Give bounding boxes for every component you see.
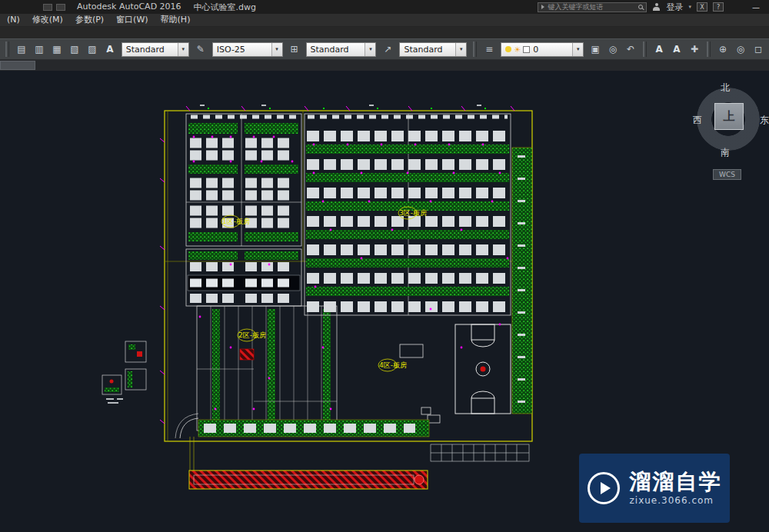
south-wall[interactable] [189,437,428,489]
block-zone1-lower[interactable] [186,249,301,306]
dim-style-combo[interactable]: ISO-25 ▾ [212,42,283,57]
watermark: 溜溜自学 zixue.3066.com [579,454,730,523]
toolbar-grip[interactable] [643,42,647,57]
table-style-icon[interactable]: ⊞ [287,42,302,57]
courtyard-structures[interactable] [400,344,440,423]
viewcube-south[interactable]: 南 [692,146,758,159]
wcs-badge: WCS [713,169,741,180]
zone-label-text: 1区-板房 [222,218,250,225]
toolbar-subband [0,60,769,71]
layer-previous-button[interactable]: ↶ [623,42,638,57]
make-current-button[interactable]: ◎ [605,42,621,57]
chevron-down-icon: ▾ [365,43,375,56]
green-belt[interactable] [512,148,532,414]
zone-label-text: 2区-板房 [238,331,266,339]
basketball-court[interactable] [455,324,511,414]
search-placeholder: 键入关键字或短语 [548,2,635,12]
doc-title: 中心试验室.dwg [194,2,256,13]
mleader-style-combo[interactable]: Standard ▾ [399,42,467,57]
layer-states-button[interactable]: ▣ [588,42,603,57]
watermark-text: 溜溜自学 zixue.3066.com [630,470,722,507]
save-button[interactable]: ▦ [49,42,65,57]
quick-access-toolbar [43,4,65,11]
app-title: Autodesk AutoCAD 2016 [77,2,181,13]
qat-undo-icon[interactable] [56,4,65,11]
mleader-style-icon[interactable]: ↗ [380,42,395,57]
layer-combo[interactable]: ☀ 0 ▾ [501,42,584,57]
layer-color-swatch [523,46,530,53]
dim-style-value: ISO-25 [217,45,271,55]
zone-label-text: 3区-板房 [399,209,427,217]
menu-help[interactable]: 帮助(H) [155,13,197,27]
menubar: (N) 修改(M) 参数(P) 窗口(W) 帮助(H) [0,14,769,27]
zoom-button[interactable]: ⊕ [715,42,731,57]
chevron-down-icon: ▾ [271,43,282,56]
zone-label-4[interactable]: 4区-板房 [378,359,407,371]
zone2-marker[interactable] [240,349,254,360]
match-properties-button[interactable]: ✚ [687,42,702,57]
mleader-style-value: Standard [404,45,455,55]
watermark-brand: 溜溜自学 [630,470,722,494]
titlebar: Autodesk AutoCAD 2016 中心试验室.dwg 键入关键字或短语… [0,0,769,14]
minimize-button[interactable]: — [747,3,764,12]
chevron-down-icon[interactable]: ▾ [688,4,691,10]
parking-grid[interactable] [431,444,529,461]
help-icon[interactable]: ? [713,2,724,12]
plot-button[interactable]: ▧ [67,42,82,57]
menu-annotate[interactable]: (N) [1,14,26,26]
chevron-down-icon: ▾ [455,43,466,56]
menu-window[interactable]: 窗口(W) [110,13,154,27]
table-style-value: Standard [311,45,365,55]
search-chevron-icon [541,5,544,9]
orbit-button[interactable]: ◎ [733,42,748,57]
layer-name: 0 [533,45,572,55]
viewcube[interactable]: 上 北 南 西 东 [692,81,769,163]
search-input[interactable]: 键入关键字或短语 [538,2,647,12]
outbuildings[interactable] [102,341,146,404]
qat-save-icon[interactable] [43,4,52,11]
docked-panel-tab[interactable] [0,61,35,70]
annotation-autoscale-button[interactable]: A [669,42,684,57]
signin-button[interactable]: 登录 [666,2,683,13]
watermark-logo-icon [588,472,620,504]
layer-properties-button[interactable]: ≡ [481,42,497,57]
user-icon[interactable] [652,3,661,12]
annotation-visibility-button[interactable]: A [651,42,667,57]
measure-button[interactable]: ◻ [751,42,766,57]
open-button[interactable]: ▥ [32,42,47,57]
block-zone1[interactable] [186,114,301,246]
menu-modify[interactable]: 修改(M) [26,13,69,27]
viewcube-top-face[interactable]: 上 [714,103,744,130]
publish-button[interactable]: ▨ [85,42,100,57]
new-button[interactable]: ▤ [14,42,29,57]
window-title: Autodesk AutoCAD 2016 中心试验室.dwg [77,2,256,13]
chevron-down-icon: ▾ [178,43,188,56]
dim-style-icon[interactable]: ✎ [193,42,208,57]
layer-on-icon [505,46,511,52]
search-icon[interactable] [638,5,643,9]
toolbar-grip[interactable] [5,42,9,57]
viewcube-west[interactable]: 西 [693,114,702,127]
toolbar-grip[interactable] [473,42,477,57]
viewcube-east[interactable]: 东 [760,114,769,127]
watermark-site: zixue.3066.com [630,495,722,506]
toolbar-grip[interactable] [707,42,711,57]
ribbon-band [0,27,769,38]
infocenter: 键入关键字或短语 登录 ▾ X ? — [538,1,764,13]
layer-thaw-icon: ☀ [514,45,521,54]
text-style-value: Standard [126,45,178,55]
model-space[interactable]: 1区-板房 2区-板房 3区-板房 4区-板房 上 北 南 西 东 WCS 溜溜… [0,71,769,532]
text-style-icon[interactable]: A [102,42,118,57]
text-style-combo[interactable]: Standard ▾ [122,42,189,57]
styles-layers-toolbar: ▤ ▥ ▦ ▧ ▨ A Standard ▾ ✎ ISO-25 ▾ ⊞ Stan… [0,38,769,60]
exchange-apps-icon[interactable]: X [697,2,707,12]
table-style-combo[interactable]: Standard ▾ [306,42,377,57]
zone-label-text: 4区-板房 [379,361,407,369]
zone-label-2[interactable]: 2区-板房 [238,329,266,341]
viewcube-north[interactable]: 北 [692,81,758,95]
menu-parametric[interactable]: 参数(P) [69,13,110,27]
block-zone2[interactable] [197,306,337,431]
chevron-down-icon: ▾ [572,43,583,56]
